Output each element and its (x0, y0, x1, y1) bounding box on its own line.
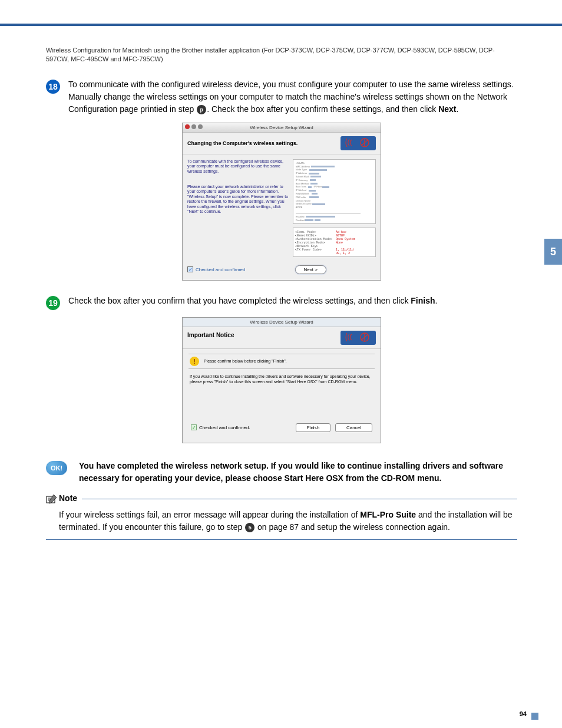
ok-text: You have completed the wireless network … (79, 460, 517, 485)
dialog-2-msg: If you would like to continue installing… (189, 369, 375, 420)
step-19-text: Check the box after you confirm that you… (68, 295, 517, 310)
dialog-1-right: <WLAN> MAC Address Node Type IP Address … (293, 159, 376, 257)
next-button[interactable]: Next > (295, 265, 326, 274)
step-18: 18 To communicate with the configured wi… (46, 78, 517, 116)
ok-badge-icon: OK! (46, 461, 67, 475)
dialog-2-titlebar: Wireless Device Setup Wizard (183, 318, 381, 327)
confirm-row: ! Please confirm below before clicking "… (189, 354, 375, 369)
checkbox-2-label: Checked and confirmed. (199, 425, 250, 430)
dialog-2-body: ! Please confirm below before clicking "… (183, 349, 381, 443)
dialog-1-footer: ✓ Checked and confirmed Next > (183, 262, 381, 280)
note-b1: MFL-Pro Suite (360, 510, 416, 519)
page-number: 94 (520, 710, 527, 717)
note-text: If your wireless settings fail, an error… (59, 509, 517, 533)
wifi-logo-icon (340, 331, 376, 345)
dialog-1-left: To communicate with the configured wirel… (187, 159, 289, 257)
minimize-icon (191, 124, 196, 129)
step-18-text-c: . (457, 104, 459, 114)
top-rule (0, 24, 562, 26)
dialog-1-heading: Changing the Computer's wireless setting… (187, 140, 297, 146)
dialog-2-footer: ✓ Checked and confirmed. Finish Cancel (189, 420, 375, 438)
ref-step-5-icon: 5 (245, 523, 254, 532)
dialog-2-title: Wireless Device Setup Wizard (250, 319, 313, 325)
config-details-left: <Comm. Mode> <Name(SSID)> <Authenticatio… (295, 230, 332, 255)
ref-step-16-icon: p (197, 105, 206, 114)
chapter-tab: 5 (544, 239, 562, 265)
dialog-1: Wireless Device Setup Wizard Changing th… (182, 123, 381, 281)
pencil-icon (46, 493, 57, 503)
step-19-text-b: . (435, 296, 438, 305)
checkbox-1[interactable]: ✓ (187, 266, 193, 272)
note-t1: If your wireless settings fail, an error… (59, 510, 360, 519)
step-18-text: To communicate with the configured wirel… (68, 78, 517, 116)
page-content: Wireless Configuration for Macintosh usi… (46, 46, 517, 540)
step-19: 19 Check the box after you confirm that … (46, 295, 517, 310)
dialog-1-title: Wireless Device Setup Wizard (250, 125, 313, 130)
wifi-logo-icon (340, 136, 376, 150)
dialog-2-wrap: Wireless Device Setup Wizard Important N… (46, 317, 517, 443)
step-18-text-b: . Check the box after you confirm these … (207, 104, 438, 114)
finish-button[interactable]: Finish (296, 423, 330, 432)
checkbox-2[interactable]: ✓ (191, 424, 197, 430)
close-icon (185, 124, 190, 129)
note-t3: on page 87 and setup the wireless connec… (255, 522, 450, 532)
window-controls (185, 124, 203, 129)
config-details-right: Ad-hoc SETUP Open System None 1, 11b/11d… (336, 230, 355, 255)
step-number-18: 18 (46, 80, 60, 94)
dialog-1-titlebar: Wireless Device Setup Wizard (183, 123, 381, 133)
dialog-1-body: To communicate with the configured wirel… (183, 154, 381, 262)
step-19-text-a: Check the box after you confirm that you… (68, 296, 411, 305)
note-label: Note (59, 493, 77, 503)
page-header: Wireless Configuration for Macintosh usi… (46, 46, 517, 64)
dialog-1-p1: To communicate with the configured wirel… (187, 159, 289, 174)
note-block: Note If your wireless settings fail, an … (46, 499, 517, 540)
config-details-box: <Comm. Mode> <Name(SSID)> <Authenticatio… (293, 228, 376, 257)
config-page-preview: <WLAN> MAC Address Node Type IP Address … (293, 159, 376, 224)
checkbox-1-label: Checked and confirmed (196, 267, 246, 272)
zoom-icon (198, 124, 203, 129)
dialog-1-header: Changing the Computer's wireless setting… (183, 133, 381, 154)
dialog-1-p2: Please contact your network administrato… (187, 185, 289, 214)
dialog-2: Wireless Device Setup Wizard Important N… (182, 317, 381, 443)
cancel-button[interactable]: Cancel (335, 423, 372, 432)
note-header: Note (46, 493, 82, 503)
dialog-1-wrap: Wireless Device Setup Wizard Changing th… (46, 123, 517, 281)
dialog-2-heading: Important Notice (187, 332, 234, 338)
dialog-2-header: Important Notice (183, 327, 381, 349)
page-number-bar (531, 713, 538, 720)
ok-block: OK! You have completed the wireless netw… (46, 460, 517, 485)
finish-bold: Finish (411, 296, 435, 305)
warning-icon: ! (190, 357, 199, 366)
confirm-text: Please confirm below before clicking "Fi… (204, 359, 287, 363)
step-number-19: 19 (46, 296, 60, 310)
next-bold: Next (438, 104, 456, 114)
